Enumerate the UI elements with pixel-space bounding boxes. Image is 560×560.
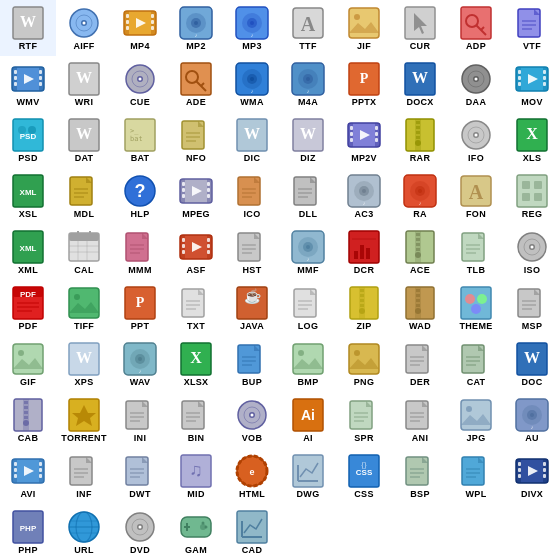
file-icon-nfo[interactable]: NFO bbox=[168, 112, 224, 168]
file-icon-cad[interactable]: CAD bbox=[224, 504, 280, 560]
file-icon-xps[interactable]: W XPS bbox=[56, 336, 112, 392]
file-icon-bin[interactable]: BIN bbox=[168, 392, 224, 448]
file-icon-bat[interactable]: >_ bat BAT bbox=[112, 112, 168, 168]
file-icon-dll[interactable]: DLL bbox=[280, 168, 336, 224]
file-icon-docx[interactable]: W DOCX bbox=[392, 56, 448, 112]
file-icon-ini[interactable]: INI bbox=[112, 392, 168, 448]
file-icon-tlb[interactable]: TLB bbox=[448, 224, 504, 280]
file-icon-dvd[interactable]: DVD bbox=[112, 504, 168, 560]
file-icon-mid[interactable]: ♫ MID bbox=[168, 448, 224, 504]
file-icon-au[interactable]: ♪ AU bbox=[504, 392, 560, 448]
file-icon-xsl[interactable]: XML XSL bbox=[0, 168, 56, 224]
file-icon-iso[interactable]: ISO bbox=[504, 224, 560, 280]
file-icon-wpl[interactable]: WPL bbox=[448, 448, 504, 504]
svg-rect-175 bbox=[522, 193, 530, 201]
file-icon-xls[interactable]: X XLS bbox=[504, 112, 560, 168]
file-icon-ttf[interactable]: A TTF bbox=[280, 0, 336, 56]
file-icon-dat[interactable]: W DAT bbox=[56, 112, 112, 168]
file-icon-tiff[interactable]: TIFF bbox=[56, 280, 112, 336]
file-icon-cur[interactable]: CUR bbox=[392, 0, 448, 56]
file-icon-java[interactable]: ☕ JAVA bbox=[224, 280, 280, 336]
file-icon-dwt[interactable]: DWT bbox=[112, 448, 168, 504]
file-icon-ico[interactable]: ICO bbox=[224, 168, 280, 224]
file-icon-wri[interactable]: W WRI bbox=[56, 56, 112, 112]
file-icon-vtf[interactable]: VTF bbox=[504, 0, 560, 56]
file-icon-pdf[interactable]: PDF PDF bbox=[0, 280, 56, 336]
file-icon-ppt[interactable]: P PPT bbox=[112, 280, 168, 336]
file-icon-dwg[interactable]: DWG bbox=[280, 448, 336, 504]
file-icon-bsp[interactable]: BSP bbox=[392, 448, 448, 504]
file-icon-dcr[interactable]: DCR bbox=[336, 224, 392, 280]
file-icon-mmf[interactable]: ♪ MMF bbox=[280, 224, 336, 280]
file-icon-mp2v[interactable]: MP2V bbox=[336, 112, 392, 168]
file-icon-rtf[interactable]: W RTF bbox=[0, 0, 56, 56]
file-icon-mp4[interactable]: MP4 bbox=[112, 0, 168, 56]
file-icon-xlsx[interactable]: X XLSX bbox=[168, 336, 224, 392]
file-icon-jif[interactable]: JIF bbox=[336, 0, 392, 56]
file-icon-divx[interactable]: DIVX bbox=[504, 448, 560, 504]
file-icon-log[interactable]: LOG bbox=[280, 280, 336, 336]
file-icon-ai[interactable]: Ai AI bbox=[280, 392, 336, 448]
icon-label-xps: XPS bbox=[75, 378, 94, 388]
file-icon-ade[interactable]: ADE bbox=[168, 56, 224, 112]
file-icon-vob[interactable]: VOB bbox=[224, 392, 280, 448]
file-icon-fon[interactable]: A FON bbox=[448, 168, 504, 224]
svg-rect-148 bbox=[207, 194, 210, 198]
file-icon-ac3[interactable]: ♪ AC3 bbox=[336, 168, 392, 224]
file-icon-diz[interactable]: W DIZ bbox=[280, 112, 336, 168]
file-icon-ifo[interactable]: IFO bbox=[448, 112, 504, 168]
file-icon-xml[interactable]: XML XML bbox=[0, 224, 56, 280]
file-icon-html[interactable]: e HTML bbox=[224, 448, 280, 504]
file-icon-bup[interactable]: BUP bbox=[224, 336, 280, 392]
file-icon-jpg[interactable]: JPG bbox=[448, 392, 504, 448]
file-icon-mmm[interactable]: MMM bbox=[112, 224, 168, 280]
file-icon-hst[interactable]: HST bbox=[224, 224, 280, 280]
file-icon-wav[interactable]: ♪ WAV bbox=[112, 336, 168, 392]
file-icon-daa[interactable]: DAA bbox=[448, 56, 504, 112]
file-icon-gam[interactable]: GAM bbox=[168, 504, 224, 560]
file-icon-m4a[interactable]: ♪ M4A bbox=[280, 56, 336, 112]
file-icon-ra[interactable]: ♪ RA bbox=[392, 168, 448, 224]
file-icon-rar[interactable]: RAR bbox=[392, 112, 448, 168]
file-icon-doc[interactable]: W DOC bbox=[504, 336, 560, 392]
file-icon-gif[interactable]: GIF bbox=[0, 336, 56, 392]
file-icon-spr[interactable]: SPR bbox=[336, 392, 392, 448]
file-icon-aiff[interactable]: AIFF bbox=[56, 0, 112, 56]
file-icon-psd[interactable]: PSD PSD bbox=[0, 112, 56, 168]
file-icon-asf[interactable]: ASF bbox=[168, 224, 224, 280]
file-icon-wmv[interactable]: WMV bbox=[0, 56, 56, 112]
file-icon-zip[interactable]: ZIP bbox=[336, 280, 392, 336]
file-icon-hlp[interactable]: ? HLP bbox=[112, 168, 168, 224]
file-icon-theme[interactable]: THEME bbox=[448, 280, 504, 336]
file-icon-wad[interactable]: WAD bbox=[392, 280, 448, 336]
file-icon-css[interactable]: CSS {} CSS bbox=[336, 448, 392, 504]
file-icon-mov[interactable]: MOV bbox=[504, 56, 560, 112]
file-icon-mp3[interactable]: ♪ MP3 bbox=[224, 0, 280, 56]
file-icon-url[interactable]: URL bbox=[56, 504, 112, 560]
file-icon-mp2[interactable]: ♪ MP2 bbox=[168, 0, 224, 56]
file-icon-png[interactable]: PNG bbox=[336, 336, 392, 392]
file-icon-cat[interactable]: CAT bbox=[448, 336, 504, 392]
file-icon-mpeg[interactable]: MPEG bbox=[168, 168, 224, 224]
file-icon-bmp[interactable]: BMP bbox=[280, 336, 336, 392]
file-icon-cue[interactable]: CUE bbox=[112, 56, 168, 112]
file-icon-msp[interactable]: MSP bbox=[504, 280, 560, 336]
file-icon-avi[interactable]: AVI bbox=[0, 448, 56, 504]
file-icon-der[interactable]: DER bbox=[392, 336, 448, 392]
file-icon-cal[interactable]: CAL bbox=[56, 224, 112, 280]
file-icon-txt[interactable]: TXT bbox=[168, 280, 224, 336]
file-icon-wma[interactable]: ♪ WMA bbox=[224, 56, 280, 112]
file-icon-reg[interactable]: REG bbox=[504, 168, 560, 224]
svg-rect-199 bbox=[207, 244, 210, 248]
file-icon-inf[interactable]: INF bbox=[56, 448, 112, 504]
file-icon-torrent[interactable]: TORRENT bbox=[56, 392, 112, 448]
file-icon-php[interactable]: PHP PHP bbox=[0, 504, 56, 560]
file-icon-ace[interactable]: ACE bbox=[392, 224, 448, 280]
file-icon-mdl[interactable]: MDL bbox=[56, 168, 112, 224]
file-icon-pptx[interactable]: P PPTX bbox=[336, 56, 392, 112]
file-icon-dic[interactable]: W DIC bbox=[224, 112, 280, 168]
file-icon-adp[interactable]: ADP bbox=[448, 0, 504, 56]
icon-label-mov: MOV bbox=[521, 98, 542, 108]
file-icon-ani[interactable]: ANI bbox=[392, 392, 448, 448]
file-icon-cab[interactable]: CAB bbox=[0, 392, 56, 448]
